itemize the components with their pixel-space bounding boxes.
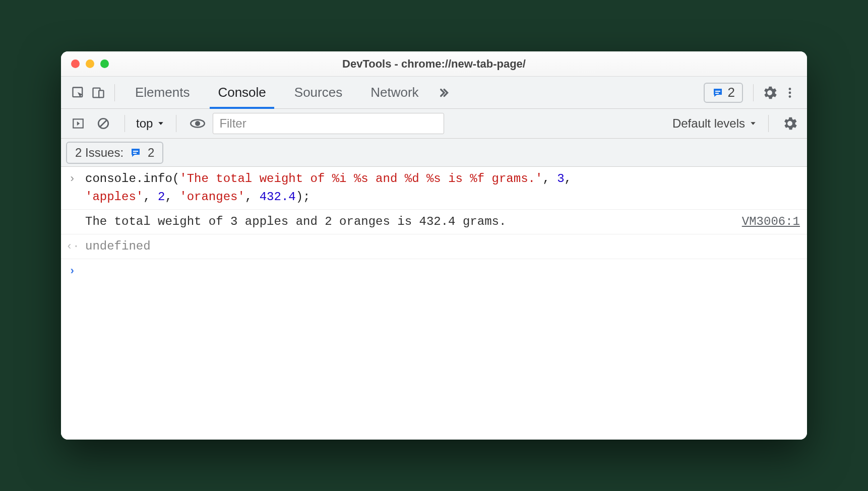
console-settings-icon[interactable] [780, 113, 800, 134]
separator [753, 84, 754, 101]
issues-pill-count: 2 [148, 146, 154, 160]
chevron-down-icon [749, 119, 757, 128]
devtools-window: DevTools - chrome://new-tab-page/ Elemen… [61, 51, 807, 440]
console-return-row: ‹· undefined [61, 234, 807, 259]
context-selector[interactable]: top [136, 116, 165, 131]
input-chevron-icon: › [66, 170, 78, 206]
console-prompt-row[interactable]: › [61, 259, 807, 283]
svg-rect-4 [715, 93, 719, 94]
log-levels-selector[interactable]: Default levels [672, 116, 757, 131]
tab-elements[interactable]: Elements [121, 77, 204, 108]
issues-pill[interactable]: 2 Issues: 2 [66, 142, 163, 164]
toggle-sidebar-icon[interactable] [68, 113, 88, 134]
source-link[interactable]: VM3006:1 [742, 213, 800, 231]
separator [768, 115, 769, 132]
console-return-value: undefined [85, 237, 800, 256]
issues-icon [712, 87, 724, 99]
console-output-text: The total weight of 3 apples and 2 orang… [85, 213, 506, 231]
issues-icon [130, 147, 142, 159]
close-window-button[interactable] [71, 59, 80, 68]
separator [114, 84, 115, 101]
chevron-down-icon [157, 119, 165, 128]
prompt-chevron-icon: › [66, 262, 78, 280]
svg-point-7 [789, 95, 791, 98]
console-output-row: The total weight of 3 apples and 2 orang… [61, 210, 807, 234]
svg-point-11 [195, 121, 200, 126]
svg-point-5 [789, 88, 791, 90]
output-gutter [66, 213, 78, 231]
console-input-code: console.info('The total weight of %i %s … [85, 170, 800, 206]
svg-rect-13 [133, 153, 137, 154]
context-label: top [136, 116, 153, 131]
inspect-element-icon[interactable] [68, 83, 88, 103]
svg-point-6 [789, 91, 791, 94]
titlebar: DevTools - chrome://new-tab-page/ [61, 51, 807, 77]
return-chevron-icon: ‹· [66, 237, 78, 256]
live-expression-icon[interactable] [188, 113, 208, 134]
window-controls [71, 59, 109, 68]
console-toolbar: top Default levels [61, 109, 807, 139]
separator [176, 115, 176, 132]
console-body: › console.info('The total weight of %i %… [61, 167, 807, 440]
console-input-row: › console.info('The total weight of %i %… [61, 167, 807, 210]
console-prompt-input[interactable] [85, 262, 800, 280]
filter-input[interactable] [213, 113, 444, 134]
issues-count: 2 [728, 85, 735, 100]
svg-rect-2 [99, 90, 103, 97]
more-tabs-icon[interactable] [433, 83, 453, 103]
issues-label: 2 Issues: [75, 146, 123, 160]
window-title: DevTools - chrome://new-tab-page/ [61, 57, 807, 71]
tab-network[interactable]: Network [356, 77, 432, 108]
svg-rect-3 [715, 91, 720, 92]
maximize-window-button[interactable] [100, 59, 109, 68]
minimize-window-button[interactable] [86, 59, 94, 68]
settings-icon[interactable] [760, 83, 780, 103]
separator [125, 115, 125, 132]
device-toolbar-icon[interactable] [88, 83, 108, 103]
levels-label: Default levels [672, 116, 745, 131]
tab-console[interactable]: Console [204, 77, 280, 108]
issues-badge[interactable]: 2 [704, 83, 743, 103]
kebab-menu-icon[interactable] [780, 83, 800, 103]
tabbar: Elements Console Sources Network 2 [61, 77, 807, 109]
tab-sources[interactable]: Sources [280, 77, 356, 108]
svg-rect-12 [133, 151, 138, 152]
issues-row: 2 Issues: 2 [61, 139, 807, 167]
clear-console-icon[interactable] [93, 113, 113, 134]
